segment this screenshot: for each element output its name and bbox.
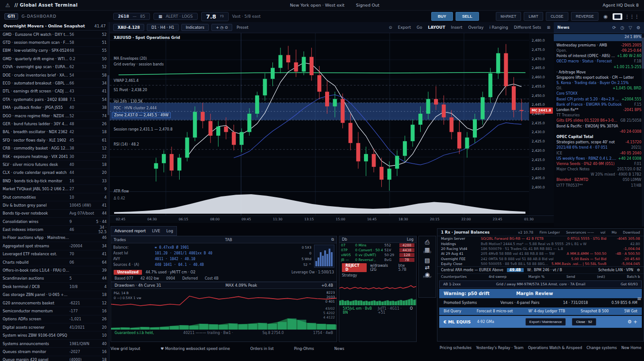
- order-mode-button[interactable]: REVERSE: [571, 12, 599, 21]
- list-item[interactable]: BND · bonds tick-by-tick monitor 16 33: [0, 177, 109, 185]
- journal-row[interactable]: At 29 Aug 41 205 4MvB 58 BBB vol 41 88 R…: [437, 251, 644, 256]
- list-item[interactable]: In-Floor auctions vApp · Mainstreet/gw C…: [0, 234, 109, 242]
- journal-row[interactable]: Overnight FEE 242 0MTA 58 B 888 vol 51 8…: [437, 257, 644, 261]
- indicators-chip[interactable]: Indicators: [181, 24, 209, 31]
- expand-icon[interactable]: ⧉: [331, 237, 334, 242]
- news-item[interactable]: London fix** -2041 BPS: [554, 107, 644, 112]
- header-menu-item[interactable]: Signed Out: [356, 3, 380, 8]
- news-item[interactable]: Bank of France · EWGMA 9% Outlook F.15: [554, 102, 644, 107]
- strip-icon[interactable]: ▤: [425, 257, 430, 264]
- apps-grid-icon[interactable]: ⋮⋮⋮: [625, 14, 640, 19]
- list-item[interactable]: Queue margin 420 panel (4000) 18: [0, 356, 109, 361]
- legend-link[interactable]: Operations Watch & Airspeed: [528, 346, 582, 350]
- journal-foot-badge[interactable]: 49.4B: [507, 268, 524, 272]
- status-item[interactable]: News: [334, 346, 344, 351]
- footer-item[interactable]: Cost 4B: [205, 277, 218, 280]
- account-label[interactable]: Agent HQ Desk 8: [603, 3, 639, 8]
- chart-menu-item[interactable]: i Ranging: [489, 25, 508, 30]
- buy-button[interactable]: BUY: [431, 12, 453, 21]
- list-item[interactable]: GMD · quarterly drift engine · WTI 4502 …: [0, 55, 109, 63]
- journal-col[interactable]: 4rd sweep: [489, 275, 506, 279]
- journal-row[interactable]: Margin Server SO/2BL Forward BG-RB — 42 …: [437, 236, 644, 241]
- margin-warning-badge[interactable]: Unrealized: [114, 270, 142, 275]
- close-button[interactable]: Close · 52: [572, 318, 596, 326]
- warning-icon[interactable]: ⚠: [5, 2, 10, 8]
- news-item[interactable]: Gilts EPS slides 01.5220 B6+3-011074 → G…: [554, 118, 644, 123]
- news-item[interactable]: +1.00 21.5-255: [554, 64, 644, 69]
- list-item[interactable]: COVA · overnight gap scan · EURAUD 5256 …: [0, 63, 109, 71]
- clock-icon[interactable]: ◷: [621, 25, 625, 30]
- journal-gear-icon[interactable]: ⚙: [637, 268, 640, 272]
- strip-icon[interactable]: ⇄: [425, 264, 430, 271]
- journal-col[interactable]: Margin %: [529, 275, 545, 279]
- journal-row[interactable]: Holdings BvB Motive? 2444.5 mo* — 5.88 R…: [437, 241, 644, 246]
- footer-item[interactable]: 42 402·bw: [140, 277, 159, 280]
- risk-widget[interactable]: 7.8 73: [201, 12, 229, 21]
- tab[interactable]: LIVE: [152, 229, 160, 233]
- news-item[interactable]: TT Treasuries: [554, 113, 644, 118]
- news-item[interactable]: Oil. +1,045 OIL BRD: [554, 86, 644, 91]
- hamburger-icon[interactable]: ≡: [637, 296, 641, 302]
- legend-link[interactable]: Pricing schedules: [440, 346, 472, 350]
- alerts-widget[interactable]: ▦ ALERT · LOGS: [153, 13, 198, 20]
- legend-link[interactable]: New Home: [621, 346, 641, 350]
- list-item[interactable]: Options ADRs screen -1,021 26: [0, 315, 109, 323]
- log-row[interactable]: vW05 0 vv (DvMT) 50·29 128: [339, 253, 416, 257]
- list-item[interactable]: Aggregated spot streams -20004 34: [0, 242, 109, 250]
- list-item[interactable]: CLX · crude calendar spread watch 44 20: [0, 169, 109, 177]
- news-item[interactable]: S. Korea · Trading data · Buyer On 2.15%: [554, 81, 644, 86]
- news-item[interactable]: · Arbitrage Move: [554, 69, 644, 75]
- filter-icon[interactable]: ▽: [629, 25, 632, 30]
- export-menu[interactable]: Export: [398, 25, 410, 30]
- list-item[interactable]: Systems announcements 1981/QWN 40: [0, 340, 109, 348]
- news-item[interactable]: Bond & Pacific · EW20AJ 9% 3070A: [554, 123, 644, 129]
- news-item[interactable]: 2d 1 89%: [554, 34, 644, 41]
- monitor-icon[interactable]: [613, 13, 622, 20]
- list-item[interactable]: GTD · session momentum scan · FTSE intl …: [0, 38, 109, 46]
- news-item[interactable]: LY77 TR0537** 17/4B: [554, 183, 644, 188]
- news-item[interactable]: US weekly flows · RBNZ 0.4 L 2.9M DAX +4…: [554, 156, 644, 161]
- list-item[interactable]: RSK · exposure heatmap · VIX 2041 30 22: [0, 153, 109, 161]
- list-item[interactable]: SLV · silver micro futures desk 40 18: [0, 161, 109, 169]
- news-item[interactable]: Strategies pattern, scope 40' not -4.157…: [554, 140, 644, 145]
- list-item[interactable]: Semiconductor momentum -177 16: [0, 307, 109, 315]
- price-axis[interactable]: MC 2441.8 2,480.02,475.02,470.02,465.02,…: [529, 33, 554, 215]
- list-item[interactable]: Gas storage ZBN panel · U-065 +D/444 dep…: [0, 291, 109, 299]
- list-item[interactable]: SFD · sector flows daily · XLE 1902 45 6…: [0, 136, 109, 144]
- symbol-chip[interactable]: XAU-4.128: [113, 24, 144, 31]
- log-row[interactable]: 07 0 Mins 552 4288: [339, 243, 416, 248]
- settings-icon[interactable]: ⚙: [636, 25, 640, 30]
- warning-banner[interactable]: Warning: p50 drift Margin Review: [439, 289, 642, 298]
- list-item[interactable]: Shut commodities 10 4: [0, 193, 109, 201]
- log-row[interactable]: JB — 0 Reversal , BvG 7B: [339, 257, 416, 262]
- journal-foot-right[interactable]: Schedule LAN · VPN: [598, 268, 633, 272]
- list-item[interactable]: GMD · Eurozone CPI watch · DXY trail 56 …: [0, 31, 109, 38]
- chart-menu-item[interactable]: Insert: [451, 25, 463, 30]
- headset-icon[interactable]: ◉: [601, 14, 610, 19]
- bid-query-row[interactable]: Bid Query Forecast 8 micro-set W' 4-day …: [439, 307, 642, 315]
- order-mode-button[interactable]: MARKET: [496, 12, 521, 21]
- list-item[interactable]: System wires ZBW 9106-054 OPSQ 10: [0, 331, 109, 339]
- list-item[interactable]: DOE · crude inventories brief · XAU 0366…: [0, 71, 109, 79]
- list-item[interactable]: BAL · breadth oscillator · NDX 2362 42 1…: [0, 128, 109, 136]
- lots-stepper[interactable]: 2618 — 85: [113, 13, 150, 20]
- news-item[interactable]: OPEC Capital Total: [554, 134, 644, 139]
- news-item[interactable]: Singapore lifts export outlook · CPI — L…: [554, 75, 644, 80]
- list-item[interactable]: Consolidation wires 9 5 · 44: [0, 218, 109, 226]
- footer-item[interactable]: Deferred: [182, 277, 198, 280]
- news-item[interactable]: 2021/48 6% trend 4 · 07 051 2021|: [554, 145, 644, 150]
- journal-control[interactable]: Download: [623, 230, 640, 234]
- legend-link[interactable]: Change systems: [586, 346, 617, 350]
- list-item[interactable]: CRB · commodity basket · AGG 1224 38 12: [0, 144, 109, 152]
- time-axis[interactable]: 02:4504:3006:1508:0009:4511:3013:1515:00…: [110, 215, 554, 223]
- news-scrollbar[interactable]: [642, 33, 644, 227]
- list-item[interactable]: Queues stream monitor -2027 16: [0, 348, 109, 356]
- list-item[interactable]: OTA · systematic pairs · 24Q2 8388 7.1 5…: [0, 96, 109, 104]
- news-item[interactable]: Open. -09.25-0.64: [554, 48, 644, 53]
- news-item[interactable]: W 20% mixed · 4900 B 17B2: [554, 172, 644, 177]
- status-item[interactable]: Ping-Ohms: [294, 346, 314, 351]
- list-item[interactable]: Scandinavian auctions 5 44: [0, 275, 109, 283]
- journal-col[interactable]: Send: [567, 275, 575, 279]
- header-menu-item[interactable]: New York open · West exit: [290, 3, 345, 8]
- panel-icon[interactable]: ⊞: [547, 25, 550, 30]
